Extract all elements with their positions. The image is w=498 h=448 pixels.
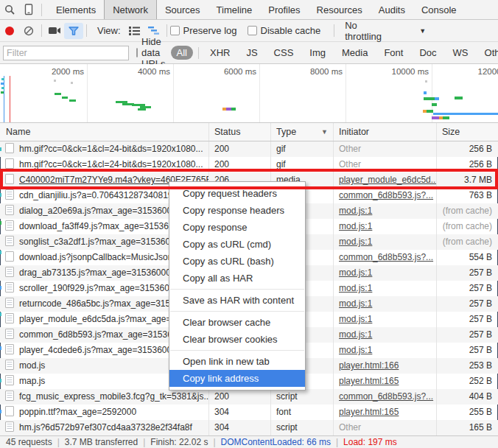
context-menu: Copy request headersCopy response header… (169, 181, 306, 391)
initiator-link[interactable]: mod.js:1 (339, 237, 372, 247)
ruler-tick-label: 12000 ms (449, 67, 498, 76)
column-header-size[interactable]: Size (436, 123, 498, 141)
screenshot-capture-button[interactable] (45, 23, 64, 39)
request-name: player_4cdede6.js?max_age=31536000 (19, 345, 177, 355)
cell-size: 255 B (436, 405, 498, 420)
cell-initiator: mod.js:1 (333, 203, 436, 219)
file-icon (5, 406, 14, 416)
status-bar: 45 requests|3.7 MB transferred|Finish: 2… (0, 435, 498, 448)
menu-item-copy-all-as-har[interactable]: Copy all as HAR (169, 270, 305, 287)
hide-data-urls-checkbox[interactable] (136, 48, 138, 57)
filter-pill-img[interactable]: Img (304, 46, 332, 60)
initiator-link[interactable]: player.html:165 (339, 407, 399, 417)
cell-size: (from cache) (436, 234, 498, 250)
column-header-status[interactable]: Status (208, 123, 270, 141)
divider (334, 24, 334, 37)
cell-initiator: common_6d8b593.js?... (333, 188, 436, 203)
tab-sources[interactable]: Sources (157, 0, 208, 19)
cell-initiator: mod.js:1 (333, 265, 436, 281)
menu-item-copy-response[interactable]: Copy response (169, 219, 305, 236)
disable-cache-checkbox[interactable] (248, 26, 257, 35)
grid-line (346, 64, 346, 123)
column-header-name[interactable]: Name (0, 123, 208, 141)
menu-item-save-as-har-with-content[interactable]: Save as HAR with content (169, 292, 305, 309)
initiator-link[interactable]: mod.js:1 (339, 221, 372, 231)
initiator-link[interactable]: common_6d8b593.js?... (339, 190, 433, 200)
script-file-icon (5, 375, 14, 385)
filter-pill-font[interactable]: Font (378, 46, 409, 60)
filter-input[interactable] (3, 46, 129, 60)
initiator-link[interactable]: mod.js:1 (339, 329, 372, 340)
resource-type-filters: AllXHRJSCSSImgMediaFontDocWSOther (169, 46, 498, 60)
menu-item-copy-link-address[interactable]: Copy link address (169, 370, 305, 387)
ruler-tick-label: 10000 ms (362, 67, 429, 76)
inspect-element-icon[interactable] (0, 1, 19, 18)
filter-pill-other[interactable]: Other (479, 46, 498, 60)
status-segment: Load: 197 ms (343, 437, 397, 447)
grid-line (173, 64, 174, 123)
menu-item-copy-as-curl-bash-[interactable]: Copy as cURL (bash) (169, 253, 305, 270)
initiator-link[interactable]: common_6d8b593.js?... (339, 252, 433, 262)
menu-item-clear-browser-cache[interactable]: Clear browser cache (169, 314, 305, 331)
menu-item-copy-request-headers[interactable]: Copy request headers (169, 185, 305, 202)
throttling-dropdown[interactable]: No throttling ▼ (345, 20, 426, 42)
table-row[interactable]: fcg_music_express_mobile3.fcg?g_tk=5381&… (0, 389, 498, 405)
initiator-link[interactable]: mod.js:1 (339, 206, 372, 216)
tab-console[interactable]: Console (413, 0, 465, 19)
record-button[interactable] (0, 23, 19, 39)
filter-pill-css[interactable]: CSS (268, 46, 300, 60)
request-name: hm.js?6d572b97ef307cd4aa37328e2f34fa8f (19, 422, 192, 433)
filter-pill-js[interactable]: JS (240, 46, 263, 60)
cell-size: 554 B (436, 250, 498, 265)
tab-profiles[interactable]: Profiles (260, 0, 308, 19)
filter-pill-doc[interactable]: Doc (413, 46, 442, 60)
file-icon (5, 143, 14, 153)
initiator-link[interactable]: mod.js:1 (339, 283, 372, 293)
cell-size: 253 B (436, 358, 498, 374)
filter-pill-xhr[interactable]: XHR (204, 46, 236, 60)
devtools-window: ElementsNetworkSourcesTimelineProfilesRe… (0, 0, 498, 448)
table-row[interactable]: hm.js?6d572b97ef307cd4aa37328e2f34fa8f30… (0, 420, 498, 435)
tab-network[interactable]: Network (104, 0, 157, 19)
table-row[interactable]: hm.gif?cc=0&ck=1&cl=24-bit&ds=1920x1080.… (0, 141, 498, 157)
table-row[interactable]: hm.gif?cc=0&ck=1&cl=24-bit&ds=1920x1080.… (0, 157, 498, 172)
preserve-log-checkbox[interactable] (170, 26, 180, 35)
initiator-link[interactable]: mod.js:1 (339, 267, 372, 278)
menu-item-copy-as-curl-cmd-[interactable]: Copy as cURL (cmd) (169, 236, 305, 253)
initiator-link[interactable]: player.html:166 (339, 360, 399, 371)
tab-audits[interactable]: Audits (371, 0, 413, 19)
view-label: View: (97, 25, 121, 36)
column-header-initiator[interactable]: Initiator (333, 123, 436, 141)
timeline-overview[interactable]: 2000 ms4000 ms6000 ms8000 ms10000 ms1200… (0, 64, 498, 123)
initiator-link[interactable]: mod.js:1 (339, 298, 372, 309)
initiator-link[interactable]: mod.js:1 (339, 345, 372, 355)
file-icon (5, 251, 14, 262)
filter-pill-ws[interactable]: WS (447, 46, 474, 60)
table-row[interactable]: poppin.ttf?max_age=2592000304fontplayer.… (0, 405, 498, 420)
tab-timeline[interactable]: Timeline (208, 0, 261, 19)
filter-toggle-button[interactable] (64, 23, 83, 39)
menu-item-copy-response-headers[interactable]: Copy response headers (169, 202, 305, 219)
cell-size: 257 B (436, 281, 498, 296)
tab-resources[interactable]: Resources (309, 0, 371, 19)
filter-pill-all[interactable]: All (171, 46, 193, 60)
clear-button[interactable] (19, 23, 38, 39)
funnel-icon (69, 27, 79, 35)
menu-item-clear-browser-cookies[interactable]: Clear browser cookies (169, 331, 305, 348)
request-name: fcg_music_express_mobile3.fcg?g_tk=5381&… (19, 391, 208, 402)
initiator-link[interactable]: mod.js:1 (339, 314, 372, 324)
tab-elements[interactable]: Elements (48, 0, 104, 19)
initiator-link[interactable]: player.html:165 (339, 376, 399, 386)
cell-size: 3.7 MB (436, 172, 498, 188)
script-file-icon (5, 421, 14, 432)
cell-initiator: mod.js:1 (333, 327, 436, 343)
menu-item-open-link-in-new-tab[interactable]: Open link in new tab (169, 353, 305, 370)
cell-size: (from cache) (436, 203, 498, 219)
divider (86, 24, 87, 37)
column-header-type[interactable]: Type▼ (270, 123, 333, 141)
initiator-link[interactable]: player_module_e6dc5d... (339, 175, 436, 185)
device-mode-icon[interactable] (19, 1, 38, 18)
cell-initiator: mod.js:1 (333, 281, 436, 296)
initiator-link[interactable]: common_6d8b593.js?... (339, 391, 433, 402)
filter-pill-media[interactable]: Media (336, 46, 374, 60)
